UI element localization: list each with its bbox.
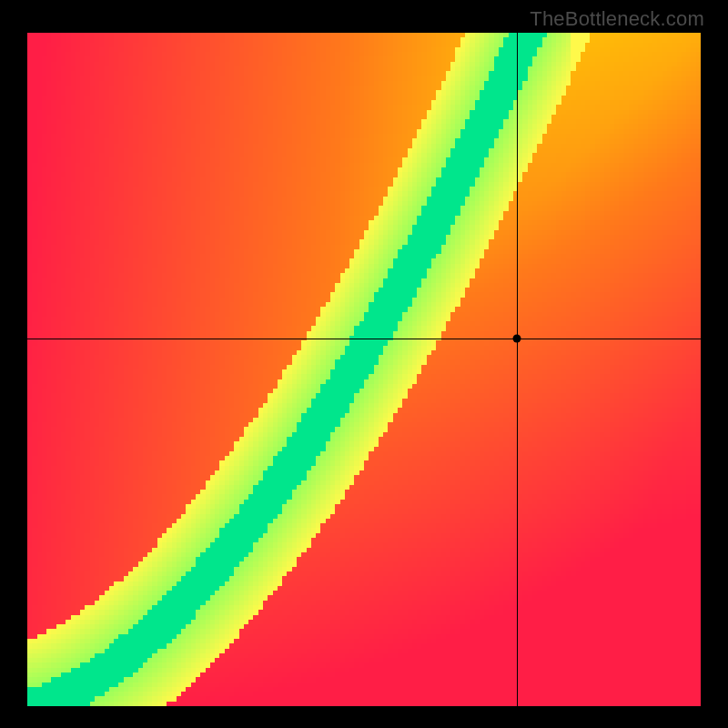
watermark-text: TheBottleneck.com <box>530 7 704 31</box>
crosshair-vertical <box>517 33 518 706</box>
chart-frame: TheBottleneck.com <box>0 0 728 728</box>
marker-dot <box>512 334 521 342</box>
heatmap-canvas <box>27 33 701 706</box>
crosshair-horizontal <box>27 339 701 339</box>
plot-area <box>27 33 701 706</box>
